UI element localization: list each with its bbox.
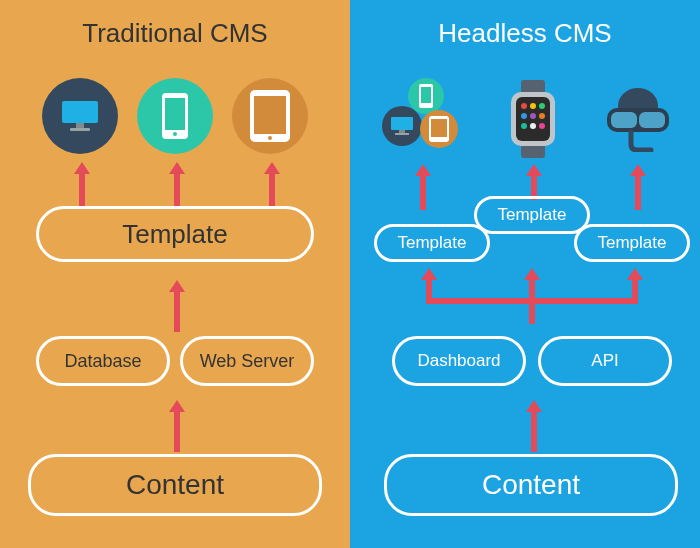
svg-point-27 [530, 123, 536, 129]
arrow-icon [169, 280, 185, 332]
headless-title: Headless CMS [350, 18, 700, 49]
svg-rect-12 [399, 130, 405, 133]
webserver-box: Web Server [180, 336, 314, 386]
svg-rect-32 [639, 112, 665, 128]
template-box-2: Template [474, 196, 590, 234]
branching-arrow-icon [350, 268, 700, 330]
svg-rect-7 [254, 96, 286, 134]
template-box-1: Template [374, 224, 490, 262]
vr-headset-icon [598, 78, 678, 158]
database-box: Database [36, 336, 170, 386]
svg-point-20 [521, 103, 527, 109]
svg-rect-2 [70, 128, 90, 131]
svg-rect-13 [395, 133, 409, 135]
content-box: Content [28, 454, 322, 516]
dashboard-box: Dashboard [392, 336, 526, 386]
svg-rect-10 [421, 87, 431, 103]
svg-point-8 [268, 136, 272, 140]
arrow-icon [526, 400, 542, 452]
svg-point-22 [539, 103, 545, 109]
svg-rect-15 [431, 119, 447, 137]
svg-point-28 [539, 123, 545, 129]
svg-rect-0 [62, 101, 98, 123]
api-box: API [538, 336, 672, 386]
svg-rect-11 [391, 117, 413, 130]
arrow-icon [526, 164, 542, 200]
traditional-title: Traditional CMS [0, 18, 350, 49]
svg-point-21 [530, 103, 536, 109]
content-box-right: Content [384, 454, 678, 516]
svg-rect-16 [521, 80, 545, 94]
svg-point-5 [173, 132, 177, 136]
svg-point-23 [521, 113, 527, 119]
smartwatch-icon [498, 78, 568, 160]
arrow-icon [74, 162, 90, 206]
svg-point-24 [530, 113, 536, 119]
arrow-icon [630, 164, 646, 210]
traditional-cms-panel: Traditional CMS Template Database Web Se… [0, 0, 350, 548]
svg-rect-17 [521, 144, 545, 158]
svg-rect-4 [165, 98, 185, 130]
template-box-3: Template [574, 224, 690, 262]
multi-device-icon [382, 78, 462, 158]
template-box: Template [36, 206, 314, 262]
arrow-icon [415, 164, 431, 210]
phone-icon [137, 78, 213, 154]
svg-point-26 [521, 123, 527, 129]
arrow-icon [264, 162, 280, 206]
monitor-icon [42, 78, 118, 154]
svg-rect-31 [611, 112, 637, 128]
arrow-icon [169, 400, 185, 452]
tablet-icon [232, 78, 308, 154]
svg-point-25 [539, 113, 545, 119]
headless-cms-panel: Headless CMS [350, 0, 700, 548]
svg-rect-1 [76, 123, 84, 128]
arrow-icon [169, 162, 185, 206]
